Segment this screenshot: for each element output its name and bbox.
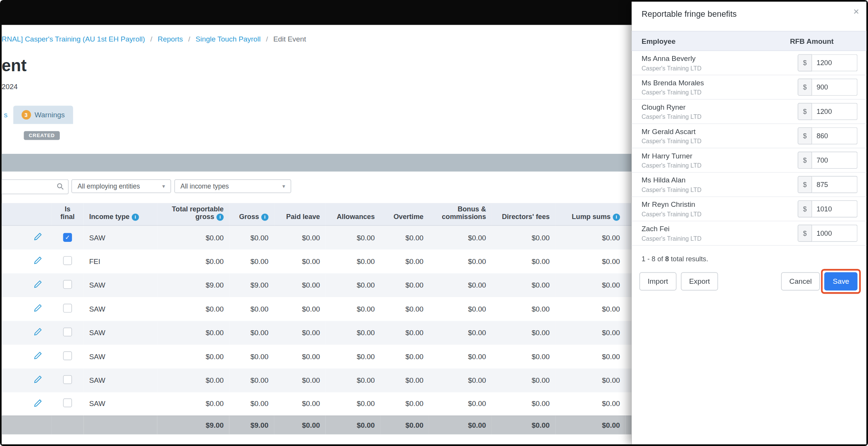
amount-cell: $0.00 — [380, 392, 429, 416]
edit-row-icon[interactable] — [34, 256, 42, 266]
save-button[interactable]: Save — [825, 272, 858, 291]
table-row: SAW$0.00$0.00$0.00$0.00$0.00$0.00$0.00$0… — [2, 344, 631, 368]
export-button[interactable]: Export — [681, 272, 718, 291]
amount-cell: $0.00 — [492, 392, 555, 416]
table-row: SAW$0.00$0.00$0.00$0.00$0.00$0.00$0.00$0… — [2, 297, 631, 320]
amount-cell: $0.00 — [555, 273, 626, 297]
amount-cell: $0.00 — [492, 321, 555, 344]
amount-cell: $0.00 — [555, 344, 626, 368]
rfb-amount-input[interactable] — [812, 127, 857, 144]
income-types-dropdown[interactable]: All income types ▾ — [175, 179, 291, 193]
edit-row-icon[interactable] — [34, 233, 42, 243]
currency-prefix: $ — [798, 103, 812, 120]
amount-cell: $0.00 — [429, 344, 492, 368]
amount-cell: $0.00 — [229, 321, 274, 344]
amount-cell: $0.00 — [429, 321, 492, 344]
rfb-amount-input[interactable] — [812, 225, 857, 242]
edit-row-icon[interactable] — [34, 304, 42, 314]
edit-row-icon[interactable] — [34, 280, 42, 290]
is-final-checkbox[interactable] — [63, 256, 72, 265]
info-icon[interactable]: i — [261, 214, 269, 221]
is-final-checkbox[interactable] — [63, 304, 72, 312]
amount-cell: $0.00 — [325, 392, 380, 416]
rfb-amount-input[interactable] — [812, 200, 857, 217]
amount-cell: $0.00 — [157, 225, 229, 249]
panel-rows: Ms Anna BeverlyCasper's Training LTD$Ms … — [632, 51, 866, 246]
breadcrumb-business-link[interactable]: RNAL] Casper's Training (AU 1st EH Payro… — [2, 35, 145, 43]
breadcrumb-separator: / — [147, 35, 156, 43]
amount-cell: $0.00 — [555, 368, 626, 392]
amount-cell: $0.00 — [325, 249, 380, 273]
income-type-cell: SAW — [83, 344, 157, 368]
employee-name: Mr Reyn Christin — [642, 200, 798, 209]
rfb-amount-input[interactable] — [812, 103, 857, 120]
amount-cell: $0.00 — [429, 368, 492, 392]
tab-warnings[interactable]: 3 Warnings — [13, 106, 73, 124]
amount-cell: $0.00 — [429, 297, 492, 320]
close-icon[interactable]: × — [853, 6, 859, 16]
rfb-amount-input[interactable] — [812, 152, 857, 169]
tab-errors-partial[interactable]: s — [2, 106, 13, 124]
search-input[interactable] — [2, 179, 69, 194]
col-header-bonus-commissions: Bonus & commissions — [429, 203, 492, 225]
amount-cell: $0.00 — [157, 297, 229, 320]
info-icon[interactable]: i — [216, 214, 224, 221]
income-type-cell: SAW — [83, 392, 157, 416]
info-icon[interactable]: i — [613, 214, 620, 221]
is-final-checkbox[interactable] — [63, 327, 72, 336]
amount-cell: $0.00 — [555, 297, 626, 320]
currency-prefix: $ — [798, 225, 812, 242]
panel-employee-row: Mr Harry TurnerCasper's Training LTD$ — [632, 148, 866, 173]
page-subtitle: 2024 — [2, 82, 18, 91]
rfb-amount-input[interactable] — [812, 78, 857, 96]
table-header-row: Is final Income typei Total reportable g… — [2, 203, 631, 225]
breadcrumb-stp-link[interactable]: Single Touch Payroll — [195, 35, 261, 43]
edit-row-icon[interactable] — [34, 328, 42, 337]
is-final-checkbox[interactable] — [63, 351, 72, 360]
total-cell: $0.00 — [492, 416, 555, 434]
income-type-cell: SAW — [83, 321, 157, 344]
edit-row-icon[interactable] — [34, 352, 42, 361]
breadcrumb-reports-link[interactable]: Reports — [158, 35, 183, 43]
amount-cell: $0.00 — [429, 273, 492, 297]
panel-employee-row: Ms Anna BeverlyCasper's Training LTD$ — [632, 51, 866, 75]
status-badge: CREATED — [24, 131, 60, 140]
is-final-checkbox[interactable] — [63, 398, 72, 407]
is-final-checkbox[interactable] — [63, 375, 72, 384]
rfb-amount-input[interactable] — [812, 54, 857, 71]
cancel-button[interactable]: Cancel — [781, 272, 820, 291]
rfb-amount-input[interactable] — [812, 176, 857, 193]
stp-events-table: Is final Income typei Total reportable g… — [2, 203, 631, 434]
income-type-cell: FEI — [83, 249, 157, 273]
col-header-edit — [2, 203, 51, 225]
income-type-cell: SAW — [83, 273, 157, 297]
amount-cell: $0.00 — [274, 225, 325, 249]
employee-company: Casper's Training LTD — [642, 234, 798, 242]
is-final-checkbox[interactable]: ✓ — [63, 233, 72, 242]
info-icon[interactable]: i — [132, 214, 139, 221]
col-header-allowances: Allowances — [325, 203, 380, 225]
employee-company: Casper's Training LTD — [642, 161, 798, 169]
total-cell: $9.00 — [157, 416, 229, 434]
import-button[interactable]: Import — [639, 272, 676, 291]
amount-cell: $0.00 — [429, 392, 492, 416]
edit-row-icon[interactable] — [34, 399, 42, 409]
amount-cell: $0.00 — [555, 392, 626, 416]
employee-name: Ms Brenda Morales — [642, 78, 798, 87]
stp-table-body: ✓SAW$0.00$0.00$0.00$0.00$0.00$0.00$0.00$… — [2, 225, 631, 416]
chevron-down-icon: ▾ — [277, 183, 285, 189]
amount-cell: $0.00 — [492, 368, 555, 392]
employing-entities-dropdown[interactable]: All employing entities ▾ — [71, 179, 171, 193]
amount-cell: $0.00 — [229, 249, 274, 273]
employee-name: Ms Hilda Alan — [642, 176, 798, 184]
breadcrumb: RNAL] Casper's Training (AU 1st EH Payro… — [2, 35, 306, 43]
col-header-lump-sums: Lump sumsi — [555, 203, 626, 225]
col-header-filler — [626, 203, 632, 225]
employee-name: Clough Ryner — [642, 102, 798, 111]
amount-cell: $0.00 — [555, 225, 626, 249]
total-cell: $0.00 — [555, 416, 626, 434]
edit-row-icon[interactable] — [34, 375, 42, 385]
table-row: SAW$9.00$9.00$0.00$0.00$0.00$0.00$0.00$0… — [2, 273, 631, 297]
currency-prefix: $ — [798, 176, 812, 193]
is-final-checkbox[interactable] — [63, 280, 72, 288]
